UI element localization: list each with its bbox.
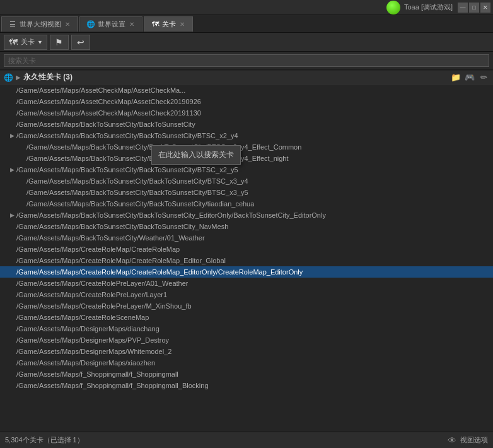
tree-item[interactable]: /Game/Assets/Maps/BackToSunsetCity/Weath… bbox=[0, 232, 493, 244]
toolbar-btn-1[interactable]: ⚑ bbox=[50, 35, 69, 50]
tree-item-label: /Game/Assets/Maps/DesignerMaps/dianchang bbox=[16, 325, 160, 333]
expand-arrow-icon: ▶ bbox=[8, 131, 16, 140]
content-area: 🌐 ▶ 永久性关卡 (3) 📁 🎮 ✏ /Game/Assets/Maps/As… bbox=[0, 69, 493, 432]
tree-item[interactable]: /Game/Assets/Maps/DesignerMaps/PVP_Destr… bbox=[0, 334, 493, 346]
spacer-icon bbox=[8, 290, 16, 299]
tree-item-label: /Game/Assets/Maps/CreateRolePreLayer/Lay… bbox=[16, 291, 167, 298]
spacer-icon bbox=[8, 97, 16, 106]
tree-item-label: /Game/Assets/Maps/CreateRoleMap/CreateRo… bbox=[16, 268, 303, 276]
world-outline-tab-icon: ☰ bbox=[8, 20, 17, 28]
tree-item[interactable]: ▶/Game/Assets/Maps/BackToSunsetCity/Back… bbox=[0, 130, 493, 141]
tree-item-label: /Game/Assets/Maps/AssetCheckMap/AssetChe… bbox=[16, 109, 201, 117]
app-title: Toaa [调试游戏] bbox=[404, 3, 453, 12]
tree-item[interactable]: /Game/Assets/Maps/DesignerMaps/dianchang bbox=[0, 323, 493, 334]
tree-item[interactable]: /Game/Assets/Maps/CreateRolePreLayer/A01… bbox=[0, 278, 493, 289]
tree-item[interactable]: /Game/Assets/Maps/BackToSunsetCity/BackT… bbox=[0, 221, 493, 232]
close-button[interactable]: ✕ bbox=[480, 3, 490, 13]
tree-item-label: /Game/Assets/Maps/BackToSunsetCity/BackT… bbox=[16, 223, 228, 230]
spacer-icon bbox=[8, 120, 16, 129]
app-title-area: Toaa [调试游戏] bbox=[386, 1, 458, 15]
tree-items-list: /Game/Assets/Maps/AssetCheckMap/AssetChe… bbox=[0, 85, 493, 391]
app-status-icon bbox=[386, 1, 400, 15]
tree-item-label: /Game/Assets/Maps/AssetCheckMap/AssetChe… bbox=[16, 98, 201, 105]
spacer-icon bbox=[8, 245, 16, 254]
tree-item-label: /Game/Assets/Maps/BackToSunsetCity/BackT… bbox=[26, 177, 248, 185]
undo-icon: ↩ bbox=[76, 37, 86, 47]
toolbar: 🗺 关卡 ▼ ⚑ ↩ bbox=[0, 33, 493, 52]
tab-world-outline[interactable]: ☰ 世界大纲视图 ✕ bbox=[1, 16, 78, 32]
tree-item[interactable]: /Game/Assets/Maps/CreateRoleSceneMap bbox=[0, 312, 493, 323]
status-right: 👁 视图选项 bbox=[448, 435, 488, 445]
tree-item-label: /Game/Assets/Maps/BackToSunsetCity/Weath… bbox=[16, 234, 205, 242]
level-dropdown-button[interactable]: 🗺 关卡 ▼ bbox=[4, 35, 47, 50]
status-count: 5,304个关卡（已选择 1） bbox=[5, 435, 84, 445]
tree-item[interactable]: /Game/Assets/Maps/f_Shoppingmall/f_Shopp… bbox=[0, 368, 493, 380]
edit-action-button[interactable]: ✏ bbox=[478, 72, 489, 83]
tree-item-label: /Game/Assets/Maps/BackToSunsetCity/BackT… bbox=[26, 200, 254, 208]
tree-item[interactable]: ▶/Game/Assets/Maps/BackToSunsetCity/Back… bbox=[0, 209, 493, 221]
tree-item-label: /Game/Assets/Maps/DesignerMaps/xiaozhen bbox=[16, 359, 155, 367]
level-tab-icon: 🗺 bbox=[151, 20, 160, 28]
tree-item-label: /Game/Assets/Maps/BackToSunsetCity/BackT… bbox=[16, 211, 326, 219]
tree-item[interactable]: /Game/Assets/Maps/f_Shoppingmall/f_Shopp… bbox=[0, 380, 493, 391]
tree-item-label: /Game/Assets/Maps/BackToSunsetCity/BackT… bbox=[26, 155, 289, 162]
tree-item[interactable]: /Game/Assets/Maps/CreateRoleMap/CreateRo… bbox=[0, 266, 493, 278]
minimize-button[interactable]: — bbox=[458, 3, 468, 13]
tree-item-label: /Game/Assets/Maps/CreateRoleMap/CreateRo… bbox=[16, 245, 180, 253]
tree-item[interactable]: /Game/Assets/Maps/BackToSunsetCity/BackT… bbox=[0, 141, 493, 153]
tree-item-label: /Game/Assets/Maps/AssetCheckMap/AssetChe… bbox=[16, 86, 185, 94]
tree-item[interactable]: /Game/Assets/Maps/CreateRoleMap/CreateRo… bbox=[0, 255, 493, 266]
level-btn-label: 关卡 bbox=[21, 37, 35, 47]
folder-action-button[interactable]: 📁 bbox=[450, 72, 461, 83]
flag-icon: ⚑ bbox=[54, 37, 64, 47]
spacer-icon bbox=[8, 313, 16, 322]
spacer-icon bbox=[8, 302, 16, 310]
spacer-icon bbox=[8, 381, 16, 390]
tree-item[interactable]: /Game/Assets/Maps/CreateRoleMap/CreateRo… bbox=[0, 244, 493, 255]
section-actions: 📁 🎮 ✏ bbox=[450, 72, 489, 83]
world-settings-tab-close[interactable]: ✕ bbox=[128, 20, 136, 28]
expand-arrow-icon: ▶ bbox=[8, 165, 16, 174]
maximize-button[interactable]: □ bbox=[469, 3, 479, 13]
tree-item[interactable]: /Game/Assets/Maps/BackToSunsetCity/BackT… bbox=[0, 187, 493, 198]
tree-item[interactable]: /Game/Assets/Maps/BackToSunsetCity/BackT… bbox=[0, 175, 493, 187]
view-options-label[interactable]: 视图选项 bbox=[460, 435, 488, 445]
tree-item[interactable]: /Game/Assets/Maps/AssetCheckMap/AssetChe… bbox=[0, 96, 493, 107]
spacer-icon bbox=[18, 188, 26, 197]
tree-item[interactable]: /Game/Assets/Maps/AssetCheckMap/AssetChe… bbox=[0, 107, 493, 119]
tree-item[interactable]: /Game/Assets/Maps/BackToSunsetCity/BackT… bbox=[0, 119, 493, 130]
tree-item[interactable]: /Game/Assets/Maps/BackToSunsetCity/BackT… bbox=[0, 153, 493, 164]
tree-item[interactable]: /Game/Assets/Maps/AssetCheckMap/AssetChe… bbox=[0, 85, 493, 96]
tree-item[interactable]: ▶/Game/Assets/Maps/BackToSunsetCity/Back… bbox=[0, 164, 493, 175]
section-header: 🌐 ▶ 永久性关卡 (3) 📁 🎮 ✏ bbox=[0, 71, 493, 85]
world-settings-tab-label: 世界设置 bbox=[98, 20, 125, 29]
spacer-icon bbox=[8, 347, 16, 356]
tab-world-settings[interactable]: 🌐 世界设置 ✕ bbox=[79, 16, 142, 32]
level-icon: 🗺 bbox=[8, 37, 18, 47]
tree-item[interactable]: /Game/Assets/Maps/CreateRolePreLayer/Lay… bbox=[0, 289, 493, 300]
level-tab-close[interactable]: ✕ bbox=[178, 20, 186, 28]
window-controls: — □ ✕ bbox=[458, 3, 490, 13]
search-input[interactable] bbox=[4, 54, 489, 67]
tab-level[interactable]: 🗺 关卡 ✕ bbox=[144, 16, 193, 32]
tree-item[interactable]: /Game/Assets/Maps/DesignerMaps/Whitemode… bbox=[0, 346, 493, 357]
spacer-icon bbox=[8, 256, 16, 265]
section-title: 永久性关卡 (3) bbox=[23, 72, 448, 83]
tree-item-label: /Game/Assets/Maps/BackToSunsetCity/BackT… bbox=[16, 132, 238, 139]
spacer-icon bbox=[18, 199, 26, 208]
toolbar-btn-2[interactable]: ↩ bbox=[71, 35, 90, 50]
world-settings-tab-icon: 🌐 bbox=[86, 20, 95, 28]
tree-item[interactable]: /Game/Assets/Maps/CreateRolePreLayer/M_X… bbox=[0, 300, 493, 312]
tree-container[interactable]: 🌐 ▶ 永久性关卡 (3) 📁 🎮 ✏ /Game/Assets/Maps/As… bbox=[0, 69, 493, 432]
title-bar: Toaa [调试游戏] — □ ✕ bbox=[0, 0, 493, 15]
spacer-icon bbox=[8, 233, 16, 242]
globe-icon: 🌐 bbox=[4, 73, 13, 82]
eye-icon[interactable]: 👁 bbox=[448, 435, 456, 445]
gamepad-action-button[interactable]: 🎮 bbox=[464, 72, 475, 83]
tree-item[interactable]: /Game/Assets/Maps/DesignerMaps/xiaozhen bbox=[0, 357, 493, 368]
level-tab-label: 关卡 bbox=[162, 20, 176, 29]
tree-item[interactable]: /Game/Assets/Maps/BackToSunsetCity/BackT… bbox=[0, 198, 493, 209]
world-outline-tab-close[interactable]: ✕ bbox=[64, 20, 71, 28]
tree-item-label: /Game/Assets/Maps/BackToSunsetCity/BackT… bbox=[16, 166, 238, 174]
chevron-down-icon: ▼ bbox=[37, 39, 43, 45]
